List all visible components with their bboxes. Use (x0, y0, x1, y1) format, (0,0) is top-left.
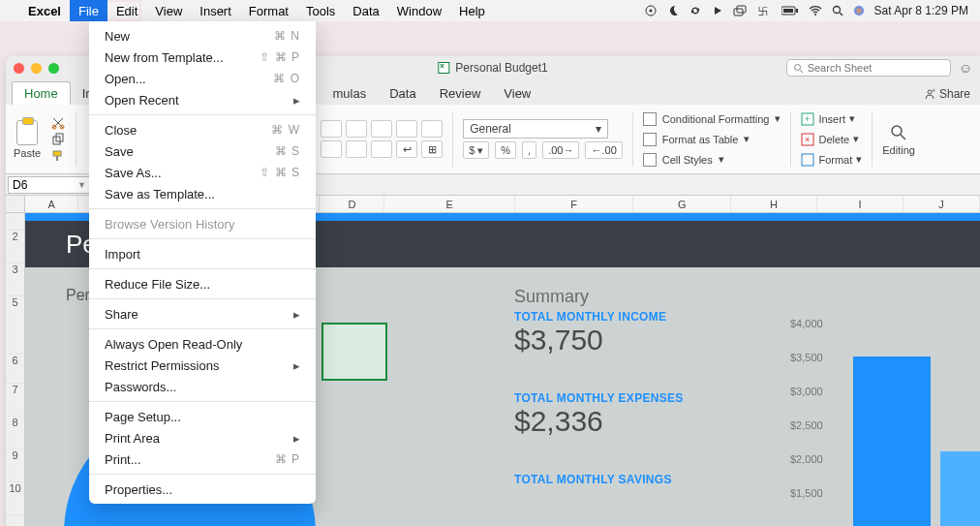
menu-edit[interactable]: Edit (107, 0, 146, 21)
search-sheet-box[interactable] (786, 59, 951, 77)
file-open-recent[interactable]: Open Recent▸ (89, 89, 316, 110)
file-import[interactable]: Import (89, 243, 316, 264)
col-header[interactable]: D (320, 196, 384, 213)
wifi-icon[interactable] (809, 5, 822, 16)
tab-view[interactable]: View (492, 82, 542, 105)
row-header[interactable]: 3 (6, 263, 24, 296)
copy-button[interactable] (50, 133, 66, 146)
row-header[interactable]: 7 (6, 384, 24, 417)
menubar-clock[interactable]: Sat Apr 8 1:29 PM (874, 4, 968, 17)
feedback-smiley-icon[interactable]: ☺ (959, 60, 972, 76)
play-icon[interactable] (712, 5, 723, 16)
align-top-button[interactable] (321, 140, 342, 158)
menu-format[interactable]: Format (240, 0, 297, 21)
col-header[interactable]: A (25, 196, 78, 213)
file-new[interactable]: New⌘ N (89, 25, 316, 46)
tab-data[interactable]: Data (378, 82, 427, 105)
indent-decrease-button[interactable] (396, 120, 417, 138)
zoom-window-button[interactable] (48, 63, 59, 74)
chart-bar-expenses (940, 451, 980, 526)
tab-review[interactable]: Review (428, 82, 493, 105)
col-header[interactable]: J (903, 196, 980, 213)
row-header[interactable]: 8 (6, 417, 24, 449)
editing-group[interactable]: Editing (882, 123, 915, 156)
percent-button[interactable]: % (495, 141, 516, 159)
insert-cells-button[interactable]: +Insert ▾ (801, 110, 862, 128)
comma-button[interactable]: , (522, 141, 536, 159)
row-header[interactable]: 9 (6, 449, 24, 482)
windows-icon[interactable] (733, 5, 749, 16)
file-new-template[interactable]: New from Template...⇧ ⌘ P (89, 46, 316, 68)
tab-formulas[interactable]: mulas (322, 82, 379, 105)
align-right-button[interactable] (371, 120, 392, 138)
cell-styles-button[interactable]: Cell Styles ▾ (643, 151, 781, 169)
format-as-table-button[interactable]: Format as Table ▾ (643, 131, 781, 148)
moon-icon[interactable] (667, 5, 679, 16)
col-header[interactable]: I (817, 196, 903, 213)
cut-button[interactable] (50, 116, 66, 130)
file-passwords[interactable]: Passwords... (89, 376, 316, 397)
file-print-area[interactable]: Print Area▸ (89, 427, 316, 449)
target-icon[interactable] (644, 4, 658, 17)
siri-icon[interactable] (853, 5, 865, 16)
file-save-template[interactable]: Save as Template... (89, 183, 316, 204)
file-properties[interactable]: Properties... (89, 479, 316, 500)
row-header[interactable]: 5 (6, 296, 24, 355)
file-open[interactable]: Open...⌘ O (89, 68, 316, 89)
currency-button[interactable]: $ ▾ (463, 141, 489, 159)
file-page-setup[interactable]: Page Setup... (89, 406, 316, 427)
row-header[interactable]: 6 (6, 355, 24, 384)
indent-increase-button[interactable] (421, 120, 443, 138)
close-window-button[interactable] (14, 63, 24, 74)
search-sheet-input[interactable] (808, 62, 944, 74)
wrap-text-button[interactable]: ↩ (396, 140, 417, 158)
menu-help[interactable]: Help (450, 0, 494, 21)
file-close[interactable]: Close⌘ W (89, 119, 316, 140)
col-header[interactable]: F (515, 196, 634, 213)
battery-icon[interactable] (781, 6, 799, 15)
selected-cell[interactable] (322, 323, 387, 381)
file-share[interactable]: Share▸ (89, 303, 316, 325)
conditional-formatting-button[interactable]: Conditional Formatting ▾ (643, 110, 781, 128)
file-save[interactable]: Save⌘ S (89, 140, 316, 162)
col-header[interactable]: E (384, 196, 514, 213)
menu-tools[interactable]: Tools (297, 0, 344, 21)
decrease-decimal-button[interactable]: ←.00 (585, 141, 622, 159)
minimize-window-button[interactable] (31, 63, 42, 74)
name-box[interactable]: D6▼ (8, 176, 91, 194)
row-header[interactable]: 10 (6, 482, 24, 515)
share-button[interactable]: +Share (914, 83, 980, 105)
menu-insert[interactable]: Insert (191, 0, 240, 21)
file-save-as[interactable]: Save As...⇧ ⌘ S (89, 162, 316, 183)
tab-home[interactable]: Home (12, 81, 71, 105)
file-print[interactable]: Print...⌘ P (89, 449, 316, 470)
align-middle-button[interactable] (346, 140, 367, 158)
menu-view[interactable]: View (146, 0, 191, 21)
search-icon[interactable] (832, 5, 843, 16)
file-reduce-size[interactable]: Reduce File Size... (89, 273, 316, 294)
align-bottom-button[interactable] (371, 140, 392, 158)
app-name[interactable]: Excel (19, 0, 70, 21)
file-readonly[interactable]: Always Open Read-Only (89, 333, 316, 355)
window-controls[interactable] (14, 63, 59, 74)
align-left-button[interactable] (321, 120, 342, 138)
help-icon[interactable]: 卐 (758, 5, 772, 16)
col-header[interactable]: G (633, 196, 731, 213)
col-header[interactable]: H (731, 196, 817, 213)
delete-cells-button[interactable]: ×Delete ▾ (801, 131, 862, 148)
sync-icon[interactable] (689, 4, 702, 17)
file-restrict-permissions[interactable]: Restrict Permissions▸ (89, 355, 316, 376)
select-all-corner[interactable] (6, 196, 24, 213)
menu-window[interactable]: Window (388, 0, 450, 21)
format-painter-button[interactable] (50, 149, 66, 163)
align-center-button[interactable] (346, 120, 367, 138)
increase-decimal-button[interactable]: .00→ (542, 141, 579, 159)
merge-button[interactable]: ⊞ (421, 140, 443, 158)
svg-point-11 (854, 6, 864, 15)
row-header[interactable]: 2 (6, 231, 24, 263)
menu-file[interactable]: File (70, 0, 107, 21)
menu-data[interactable]: Data (344, 0, 387, 21)
paste-button[interactable]: Paste (14, 120, 41, 159)
number-format-dropdown[interactable]: General▾ (463, 119, 608, 139)
format-cells-button[interactable]: Format ▾ (801, 151, 862, 169)
